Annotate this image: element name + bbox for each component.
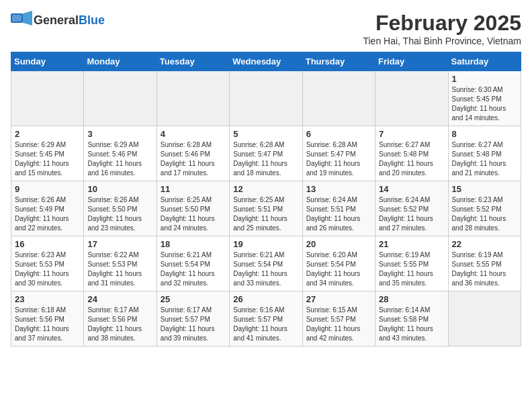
day-info-line: Daylight: 11 hours	[452, 159, 517, 169]
day-cell: 11Sunrise: 6:25 AMSunset: 5:50 PMDayligh…	[157, 181, 229, 236]
day-cell: 23Sunrise: 6:18 AMSunset: 5:56 PMDayligh…	[11, 291, 84, 347]
day-info-line: Sunrise: 6:28 AM	[161, 140, 226, 150]
day-info-line: Sunset: 5:48 PM	[452, 150, 517, 159]
header: GeneralBlue February 2025 Tien Hai, Thai…	[11, 11, 521, 46]
day-cell: 7Sunrise: 6:27 AMSunset: 5:48 PMDaylight…	[375, 126, 448, 181]
day-info-line: Daylight: 11 hours	[87, 269, 152, 279]
day-info-line: Sunrise: 6:18 AM	[15, 306, 80, 315]
day-info-line: Sunset: 5:50 PM	[87, 205, 152, 214]
day-info-line: Sunrise: 6:17 AM	[161, 306, 226, 315]
day-info-line: and 20 minutes.	[379, 169, 444, 178]
day-cell: 25Sunrise: 6:17 AMSunset: 5:57 PMDayligh…	[157, 291, 229, 347]
day-info-line: and 43 minutes.	[379, 334, 444, 343]
day-info-line: Sunset: 5:50 PM	[161, 205, 226, 214]
day-info-line: and 24 minutes.	[161, 224, 226, 233]
logo-blue-text: Blue	[79, 13, 105, 27]
day-info-line: Sunrise: 6:24 AM	[306, 195, 371, 205]
title-area: February 2025 Tien Hai, Thai Binh Provin…	[363, 11, 521, 46]
day-number: 18	[161, 239, 226, 249]
day-number: 7	[379, 129, 444, 139]
day-number: 5	[233, 129, 298, 139]
day-cell: 20Sunrise: 6:20 AMSunset: 5:54 PMDayligh…	[302, 236, 375, 291]
day-info-line: and 25 minutes.	[233, 224, 298, 233]
day-cell: 13Sunrise: 6:24 AMSunset: 5:51 PMDayligh…	[302, 181, 375, 236]
day-number: 26	[233, 294, 298, 304]
day-info-line: Sunset: 5:57 PM	[306, 315, 371, 324]
week-row-3: 9Sunrise: 6:26 AMSunset: 5:49 PMDaylight…	[11, 181, 521, 236]
day-info-line: Sunrise: 6:25 AM	[233, 195, 298, 205]
svg-marker-1	[23, 11, 32, 26]
day-cell: 4Sunrise: 6:28 AMSunset: 5:46 PMDaylight…	[157, 126, 229, 181]
day-info-line: Sunset: 5:47 PM	[233, 150, 298, 159]
day-number: 25	[161, 294, 226, 304]
day-info-line: Daylight: 11 hours	[306, 324, 371, 334]
month-title: February 2025	[363, 11, 521, 36]
day-info-line: Sunset: 5:46 PM	[161, 150, 226, 159]
day-cell	[11, 71, 84, 126]
day-info-line: Sunrise: 6:25 AM	[161, 195, 226, 205]
day-info-line: and 19 minutes.	[306, 169, 371, 178]
day-info-line: Daylight: 11 hours	[452, 104, 517, 113]
day-info-line: and 26 minutes.	[306, 224, 371, 233]
day-number: 3	[87, 129, 152, 139]
day-info-line: Sunrise: 6:26 AM	[87, 195, 152, 205]
day-info-line: Sunset: 5:55 PM	[452, 260, 517, 269]
day-info-line: Daylight: 11 hours	[87, 159, 152, 169]
day-info-line: and 18 minutes.	[233, 169, 298, 178]
week-row-5: 23Sunrise: 6:18 AMSunset: 5:56 PMDayligh…	[11, 291, 521, 347]
day-cell: 12Sunrise: 6:25 AMSunset: 5:51 PMDayligh…	[230, 181, 302, 236]
day-info-line: Daylight: 11 hours	[233, 269, 298, 279]
day-info-line: Daylight: 11 hours	[15, 214, 80, 224]
day-info-line: and 30 minutes.	[15, 279, 80, 288]
day-info-line: Daylight: 11 hours	[161, 269, 226, 279]
day-info-line: and 14 minutes.	[452, 113, 517, 123]
day-info-line: Sunset: 5:53 PM	[15, 260, 80, 269]
day-info-line: Sunrise: 6:23 AM	[15, 250, 80, 260]
week-row-4: 16Sunrise: 6:23 AMSunset: 5:53 PMDayligh…	[11, 236, 521, 291]
day-info-line: Daylight: 11 hours	[306, 159, 371, 169]
day-info-line: Sunrise: 6:26 AM	[15, 195, 80, 205]
day-info-line: and 38 minutes.	[87, 334, 152, 343]
day-info-line: and 17 minutes.	[161, 169, 226, 178]
day-number: 8	[452, 129, 517, 139]
day-info-line: and 15 minutes.	[15, 169, 80, 178]
header-cell-friday: Friday	[375, 52, 448, 71]
day-info-line: Sunset: 5:54 PM	[306, 260, 371, 269]
day-cell: 2Sunrise: 6:29 AMSunset: 5:45 PMDaylight…	[11, 126, 84, 181]
day-cell: 5Sunrise: 6:28 AMSunset: 5:47 PMDaylight…	[230, 126, 302, 181]
day-cell: 26Sunrise: 6:16 AMSunset: 5:57 PMDayligh…	[230, 291, 302, 347]
day-info-line: Sunrise: 6:24 AM	[379, 195, 444, 205]
day-info-line: Daylight: 11 hours	[379, 214, 444, 224]
logo: GeneralBlue	[11, 11, 105, 30]
day-info-line: Daylight: 11 hours	[379, 269, 444, 279]
day-info-line: Sunset: 5:48 PM	[379, 150, 444, 159]
day-info-line: Daylight: 11 hours	[233, 159, 298, 169]
day-info-line: and 34 minutes.	[306, 279, 371, 288]
day-info-line: Sunrise: 6:17 AM	[87, 306, 152, 315]
logo-icon	[11, 11, 32, 30]
day-info-line: Daylight: 11 hours	[379, 159, 444, 169]
day-info-line: Sunrise: 6:19 AM	[452, 250, 517, 260]
day-info-line: Sunset: 5:49 PM	[15, 205, 80, 214]
day-info-line: Sunset: 5:52 PM	[452, 205, 517, 214]
day-cell: 15Sunrise: 6:23 AMSunset: 5:52 PMDayligh…	[448, 181, 521, 236]
day-cell: 28Sunrise: 6:14 AMSunset: 5:58 PMDayligh…	[375, 291, 448, 347]
day-info-line: Sunrise: 6:27 AM	[379, 140, 444, 150]
day-info-line: Sunrise: 6:28 AM	[233, 140, 298, 150]
day-info-line: Daylight: 11 hours	[161, 159, 226, 169]
day-number: 11	[161, 184, 226, 194]
day-info-line: and 39 minutes.	[161, 334, 226, 343]
day-cell: 6Sunrise: 6:28 AMSunset: 5:47 PMDaylight…	[302, 126, 375, 181]
location: Tien Hai, Thai Binh Province, Vietnam	[363, 36, 521, 46]
day-info-line: Sunset: 5:51 PM	[306, 205, 371, 214]
day-info-line: Sunset: 5:57 PM	[161, 315, 226, 324]
day-info-line: Sunrise: 6:21 AM	[161, 250, 226, 260]
day-info-line: Sunset: 5:58 PM	[379, 315, 444, 324]
day-info-line: Daylight: 11 hours	[161, 324, 226, 334]
day-number: 15	[452, 184, 517, 194]
day-cell	[230, 71, 302, 126]
day-number: 17	[87, 239, 152, 249]
day-info-line: Daylight: 11 hours	[233, 324, 298, 334]
day-number: 20	[306, 239, 371, 249]
day-number: 9	[15, 184, 80, 194]
